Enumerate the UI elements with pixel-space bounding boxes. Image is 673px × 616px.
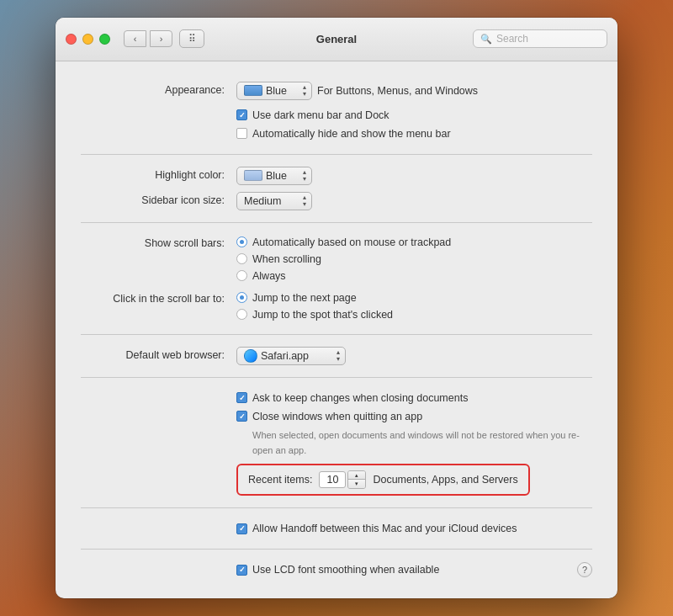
recent-items-row: Recent items: 10 ▴ ▾ Documents, Apps, an… — [56, 460, 617, 499]
auto-hide-checkbox-row[interactable]: Automatically hide and show the menu bar — [236, 125, 451, 142]
scroll-bars-label: Show scroll bars: — [81, 235, 236, 249]
ask-changes-row: ✓ Ask to keep changes when closing docum… — [56, 386, 617, 461]
appearance-controls: Blue ▴▾ For Buttons, Menus, and Windows — [236, 82, 592, 100]
browser-arrow: ▴▾ — [331, 349, 340, 363]
close-windows-hint-container: When selected, open documents and window… — [236, 427, 592, 458]
scroll-scrolling-radio-row[interactable]: When scrolling — [236, 252, 451, 267]
main-window: ‹ › ⠿ General 🔍 Search Appearance: Blue — [56, 18, 617, 599]
close-windows-checkbox-row[interactable]: ✓ Close windows when quitting an app — [236, 408, 592, 425]
grid-icon: ⠿ — [188, 33, 196, 45]
appearance-hint: For Buttons, Menus, and Windows — [317, 85, 478, 97]
stepper-down[interactable]: ▾ — [348, 480, 365, 488]
sidebar-icon-row: Sidebar icon size: Medium ▴▾ — [56, 189, 617, 214]
check-icon-4: ✓ — [239, 524, 246, 533]
highlight-value: Blue — [266, 170, 287, 182]
browser-dropdown[interactable]: Safari.app ▴▾ — [236, 347, 346, 365]
sidebar-icon-arrow: ▴▾ — [298, 194, 306, 208]
scroll-always-label: Always — [252, 270, 286, 282]
close-windows-label: Close windows when quitting an app — [252, 411, 422, 422]
scroll-always-radio[interactable] — [236, 270, 247, 281]
divider-3 — [81, 334, 592, 335]
lcd-checkbox-row[interactable]: ✓ Use LCD font smoothing when available — [236, 561, 439, 578]
handoff-row: ✓ Allow Handoff between this Mac and you… — [56, 517, 617, 540]
click-next-label: Jump to the next page — [252, 292, 357, 304]
check-icon-2: ✓ — [239, 394, 246, 402]
radio-dot-2 — [240, 295, 244, 300]
back-icon: ‹ — [134, 34, 137, 44]
ask-changes-checkbox-row[interactable]: ✓ Ask to keep changes when closing docum… — [236, 390, 592, 406]
menu-bar-options: ✓ Use dark menu bar and Dock Automatical… — [236, 107, 451, 142]
handoff-checkbox-row[interactable]: ✓ Allow Handoff between this Mac and you… — [236, 520, 517, 537]
highlight-dropdown[interactable]: Blue ▴▾ — [236, 167, 312, 185]
dark-menu-checkbox[interactable]: ✓ — [236, 109, 247, 120]
back-button[interactable]: ‹ — [124, 30, 146, 47]
forward-button[interactable]: › — [150, 30, 172, 47]
window-title: General — [316, 33, 357, 45]
recent-items-value[interactable]: 10 — [319, 471, 346, 488]
help-button[interactable]: ? — [577, 562, 592, 577]
help-icon: ? — [582, 565, 587, 575]
maximize-button[interactable] — [99, 34, 110, 45]
dark-menu-checkbox-row[interactable]: ✓ Use dark menu bar and Dock — [236, 107, 451, 124]
handoff-checkbox[interactable]: ✓ — [236, 523, 247, 534]
sidebar-icon-dropdown[interactable]: Medium ▴▾ — [236, 192, 312, 210]
minimize-button[interactable] — [82, 34, 93, 45]
click-scroll-label: Click in the scroll bar to: — [81, 290, 236, 305]
app-options: ✓ Ask to keep changes when closing docum… — [236, 390, 592, 458]
check-icon: ✓ — [239, 111, 246, 119]
recent-items-stepper[interactable]: ▴ ▾ — [347, 470, 366, 489]
radio-dot — [240, 240, 244, 244]
content-area: Appearance: Blue ▴▾ For Buttons, Menus, … — [56, 61, 617, 599]
click-scroll-options: Jump to the next page Jump to the spot t… — [236, 290, 393, 322]
sidebar-icon-label: Sidebar icon size: — [81, 192, 236, 206]
handoff-label: Allow Handoff between this Mac and your … — [252, 523, 517, 534]
recent-items-description: Documents, Apps, and Servers — [373, 474, 517, 486]
appearance-dropdown[interactable]: Blue ▴▾ — [236, 82, 312, 100]
ask-changes-label: Ask to keep changes when closing documen… — [252, 392, 468, 404]
recent-items-highlight: Recent items: 10 ▴ ▾ Documents, Apps, an… — [236, 464, 530, 496]
divider-2 — [81, 222, 592, 223]
recent-items-stepper-group: 10 ▴ ▾ — [319, 470, 366, 489]
check-icon-3: ✓ — [239, 412, 246, 421]
scroll-scrolling-radio[interactable] — [236, 253, 247, 264]
appearance-value: Blue — [266, 85, 287, 97]
highlight-label: Highlight color: — [81, 167, 236, 181]
search-placeholder: Search — [496, 33, 528, 45]
divider-1 — [81, 154, 592, 155]
scroll-auto-radio[interactable] — [236, 236, 247, 247]
nav-buttons: ‹ › — [124, 30, 172, 47]
search-box[interactable]: 🔍 Search — [473, 29, 607, 48]
check-icon-5: ✓ — [239, 566, 246, 574]
scroll-scrolling-label: When scrolling — [252, 253, 321, 265]
scroll-bars-row: Show scroll bars: Automatically based on… — [56, 231, 617, 287]
browser-value: Safari.app — [261, 350, 309, 362]
click-next-radio[interactable] — [236, 292, 247, 303]
close-windows-hint: When selected, open documents and window… — [252, 428, 580, 457]
divider-6 — [81, 549, 592, 550]
ask-changes-checkbox[interactable]: ✓ — [236, 392, 247, 403]
click-spot-label: Jump to the spot that's clicked — [252, 309, 393, 321]
close-windows-checkbox[interactable]: ✓ — [236, 411, 247, 422]
appearance-label: Appearance: — [81, 82, 236, 96]
search-icon: 🔍 — [480, 34, 492, 45]
stepper-up[interactable]: ▴ — [348, 471, 365, 480]
click-spot-radio[interactable] — [236, 309, 247, 320]
highlight-row: Highlight color: Blue ▴▾ — [56, 163, 617, 189]
browser-label: Default web browser: — [81, 347, 236, 361]
click-spot-radio-row[interactable]: Jump to the spot that's clicked — [236, 307, 393, 322]
blue-swatch — [244, 85, 262, 96]
dark-menu-label: Use dark menu bar and Dock — [252, 109, 389, 121]
click-next-radio-row[interactable]: Jump to the next page — [236, 290, 393, 305]
highlight-swatch — [244, 170, 262, 181]
auto-hide-checkbox[interactable] — [236, 128, 247, 139]
lcd-label: Use LCD font smoothing when available — [252, 564, 439, 576]
scroll-always-radio-row[interactable]: Always — [236, 268, 451, 284]
safari-icon — [244, 349, 257, 363]
close-button[interactable] — [66, 34, 77, 45]
click-scroll-row: Click in the scroll bar to: Jump to the … — [56, 287, 617, 326]
scroll-auto-radio-row[interactable]: Automatically based on mouse or trackpad — [236, 235, 451, 250]
appearance-row: Appearance: Blue ▴▾ For Buttons, Menus, … — [56, 78, 617, 104]
lcd-checkbox[interactable]: ✓ — [236, 565, 247, 576]
grid-button[interactable]: ⠿ — [179, 29, 204, 48]
titlebar: ‹ › ⠿ General 🔍 Search — [56, 18, 617, 61]
